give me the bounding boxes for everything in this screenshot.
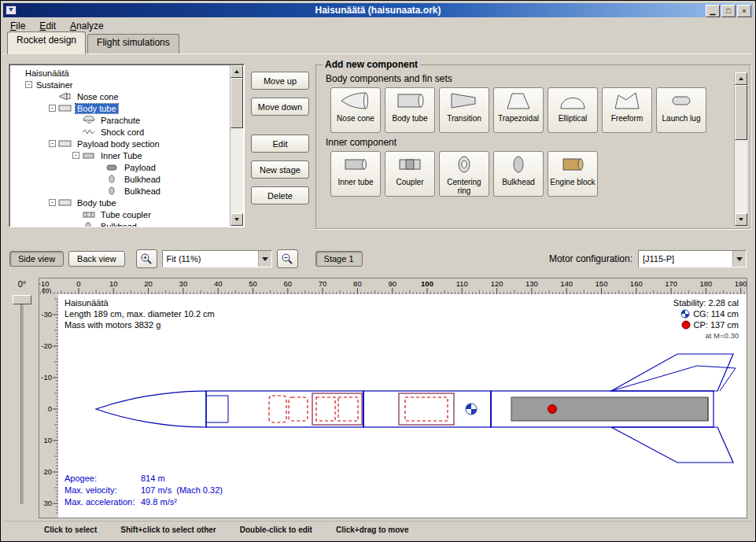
zoom-in-button[interactable] (136, 249, 157, 268)
tree-item-bulkhead[interactable]: Bulkhead (11, 185, 244, 197)
collapse-icon[interactable]: - (49, 105, 56, 112)
tree-panel: Haisunäätä-SustainerNose cone-Body tubeP… (9, 64, 245, 227)
inner-tube-shape[interactable] (399, 393, 454, 425)
scroll-up-icon[interactable] (735, 72, 747, 85)
svg-text:70: 70 (319, 279, 327, 288)
collapse-icon[interactable]: - (72, 152, 79, 159)
flight-stat-value: 814 m (141, 474, 165, 483)
stage-1-toggle[interactable]: Stage 1 (315, 251, 363, 267)
move-up-button[interactable]: Move up (251, 72, 309, 90)
tree-item-shock-cord[interactable]: Shock cord (11, 126, 244, 138)
collapse-icon[interactable]: - (25, 81, 32, 88)
zoom-value: Fit (11%) (163, 254, 258, 264)
tree-item-inner-tube[interactable]: -Inner Tube (11, 149, 244, 161)
component-engine-block-button[interactable]: Engine block (548, 151, 598, 197)
rotation-slider-thumb[interactable] (13, 295, 31, 304)
component-freeform-button[interactable]: Freeform (602, 87, 652, 133)
close-button[interactable]: × (737, 5, 751, 17)
component-launch-lug-button[interactable]: Launch lug (656, 87, 706, 133)
tree-item-sustainer[interactable]: -Sustainer (11, 79, 244, 90)
window-title: Haisunäätä (haisunaata.ork) (315, 5, 441, 16)
delete-button[interactable]: Delete (251, 186, 309, 205)
side-view-button[interactable]: Side view (9, 251, 64, 267)
tree-item-label: Bulkhead (123, 186, 162, 196)
lower-fin-shape[interactable] (611, 427, 733, 463)
centeringring-icon (448, 154, 480, 177)
zoom-select[interactable]: Fit (11%) (162, 250, 272, 267)
svg-text:30: 30 (179, 279, 188, 288)
scroll-thumb[interactable] (230, 78, 243, 128)
app-icon[interactable] (6, 6, 17, 15)
bodytube-icon (58, 104, 72, 112)
scroll-down-icon[interactable] (230, 213, 243, 226)
tree-item-haisun-t[interactable]: Haisunäätä (11, 67, 244, 79)
hint-text: Double-click to edit (240, 525, 312, 534)
rotation-slider[interactable] (20, 298, 24, 504)
shockcord-icon (82, 127, 96, 136)
nose-cone-shape[interactable] (96, 391, 206, 427)
tree-item-payload[interactable]: Payload (11, 161, 244, 173)
vertical-ruler: -30-20-100102030 (39, 294, 59, 518)
mach-text: at M=0.30 (673, 330, 739, 341)
maximize-button[interactable]: □ (721, 5, 736, 17)
inner-components (269, 393, 708, 425)
flight-stat-value: 107 m/s (Mach 0.32) (141, 485, 223, 495)
parachute-shape[interactable] (269, 396, 286, 422)
collapse-icon[interactable]: - (49, 199, 56, 206)
chevron-down-icon[interactable] (258, 251, 271, 267)
rocket-canvas[interactable]: Haisunäätä Length 189 cm, max. diameter … (58, 294, 747, 518)
scroll-down-icon[interactable] (735, 213, 747, 226)
menu-analyze[interactable]: Analyze (63, 19, 111, 33)
new-stage-button[interactable]: New stage (251, 160, 309, 179)
menu-file[interactable]: File (3, 19, 32, 33)
palette-section-title: Body components and fin sets (326, 73, 743, 84)
tree-item-payload-body-section[interactable]: -Payload body section (11, 138, 244, 149)
svg-text:140: 140 (560, 279, 573, 288)
titlebar[interactable]: Haisunäätä (haisunaata.ork) ▁ □ × (3, 3, 753, 17)
tree-item-label: Bulkhead (99, 222, 138, 228)
tree-item-bulkhead[interactable]: Bulkhead (11, 220, 244, 227)
component-inner-tube-button[interactable]: Inner tube (330, 151, 381, 197)
palette-row: Inner tubeCouplerCentering ringBulkheadE… (330, 151, 743, 197)
svg-text:190: 190 (735, 279, 747, 288)
tab-rocket-design[interactable]: Rocket design (7, 31, 86, 54)
tree-item-bulkhead[interactable]: Bulkhead (11, 173, 244, 185)
component-transition-button[interactable]: Transition (439, 87, 489, 133)
component-label: Centering ring (441, 179, 488, 195)
menu-edit[interactable]: Edit (32, 19, 63, 33)
payload-shape[interactable] (405, 397, 448, 421)
component-elliptical-button[interactable]: Elliptical (548, 87, 598, 133)
component-label: Elliptical (559, 115, 588, 124)
collapse-icon[interactable]: - (49, 140, 56, 147)
component-body-tube-button[interactable]: Body tube (385, 87, 435, 133)
component-centering-ring-button[interactable]: Centering ring (439, 151, 489, 197)
tree-item-body-tube[interactable]: -Body tube (11, 197, 244, 208)
zoom-out-icon (281, 253, 293, 265)
tree-item-tube-coupler[interactable]: Tube coupler (11, 208, 244, 220)
palette-scrollbar[interactable] (734, 72, 747, 226)
tree-item-nose-cone[interactable]: Nose cone (11, 90, 244, 102)
scroll-thumb[interactable] (735, 85, 747, 140)
component-nose-cone-button[interactable]: Nose cone (330, 87, 381, 133)
motor-shape[interactable] (511, 397, 708, 421)
tree-item-body-tube[interactable]: -Body tube (11, 102, 244, 114)
chevron-down-icon[interactable] (732, 251, 746, 267)
scroll-up-icon[interactable] (230, 65, 243, 78)
zoom-out-button[interactable] (277, 249, 298, 268)
move-down-button[interactable]: Move down (251, 98, 309, 116)
shock-cord-shape[interactable] (289, 397, 308, 421)
component-bulkhead-button[interactable]: Bulkhead (493, 151, 544, 197)
tree-scrollbar[interactable] (230, 65, 243, 226)
tree-item-parachute[interactable]: Parachute (11, 114, 244, 126)
view-toolbar: Side view Back view Fit (11%) Stage 1 Mo… (3, 247, 753, 271)
minimize-button[interactable]: ▁ (706, 5, 720, 17)
tree-item-label: Haisunäätä (24, 68, 71, 78)
motor-configuration-select[interactable]: [J115-P] (638, 250, 747, 267)
back-view-button[interactable]: Back view (68, 251, 125, 267)
edit-button[interactable]: Edit (251, 135, 309, 153)
stability-info: Stability: 2.28 cal CG: 114 cm CP: 137 c… (673, 297, 739, 341)
component-trapezoidal-button[interactable]: Trapezoidal (493, 87, 544, 133)
component-coupler-button[interactable]: Coupler (385, 151, 435, 197)
bulkhead-icon (503, 154, 534, 177)
tab-flight-simulations[interactable]: Flight simulations (87, 34, 179, 54)
